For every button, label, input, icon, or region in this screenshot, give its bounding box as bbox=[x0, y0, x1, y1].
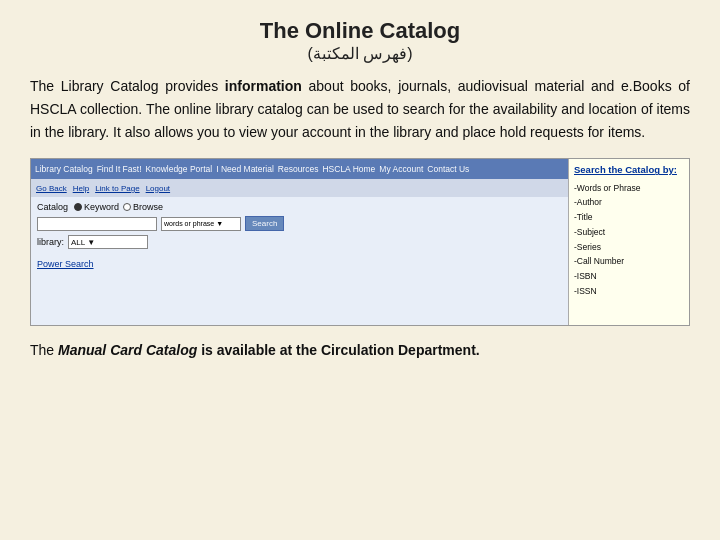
nav-find-it-fast[interactable]: Find It Fast! bbox=[97, 164, 142, 174]
main-title: The Online Catalog bbox=[30, 18, 690, 44]
catalog-screenshot: Library Catalog Find It Fast! Knowledge … bbox=[30, 158, 690, 326]
nav-my-account[interactable]: My Account bbox=[379, 164, 423, 174]
description-text: The Library Catalog provides information… bbox=[30, 75, 690, 144]
search-dropdown-value: words or phrase ▼ bbox=[164, 220, 223, 227]
footer-suffix: is available at the Circulation Departme… bbox=[197, 342, 479, 358]
sidebar-call-number: -Call Number bbox=[574, 255, 684, 268]
nav-i-need-material[interactable]: I Need Material bbox=[216, 164, 274, 174]
library-value: ALL ▼ bbox=[71, 238, 95, 247]
radio-browse[interactable]: Browse bbox=[123, 202, 163, 212]
nav-knowledge-portal[interactable]: Knowledge Portal bbox=[146, 164, 213, 174]
nav-resources[interactable]: Resources bbox=[278, 164, 319, 174]
power-search-link[interactable]: Power Search bbox=[37, 259, 94, 269]
sidebar-issn: -ISSN bbox=[574, 285, 684, 298]
sidebar-search-title: Search the Catalog by: bbox=[574, 164, 684, 176]
catalog-label: Catalog bbox=[37, 202, 68, 212]
search-row2: words or phrase ▼ Search bbox=[37, 216, 562, 231]
toolbar-go-back[interactable]: Go Back bbox=[36, 184, 67, 193]
radio-keyword-circle bbox=[74, 203, 82, 211]
catalog-main: Library Catalog Find It Fast! Knowledge … bbox=[31, 159, 569, 325]
power-search-container: Power Search bbox=[37, 253, 562, 271]
toolbar-link-to-page[interactable]: Link to Page bbox=[95, 184, 139, 193]
library-label: library: bbox=[37, 237, 64, 247]
title-section: The Online Catalog (فهرس المكتبة) bbox=[30, 18, 690, 63]
radio-keyword[interactable]: Keyword bbox=[74, 202, 119, 212]
search-row3: library: ALL ▼ bbox=[37, 235, 562, 249]
catalog-nav: Library Catalog Find It Fast! Knowledge … bbox=[31, 159, 568, 179]
catalog-search-area: Catalog Keyword Browse bbox=[31, 197, 568, 325]
footer-text: The Manual Card Catalog is available at … bbox=[30, 340, 690, 361]
sidebar-series: -Series bbox=[574, 241, 684, 254]
toolbar-help[interactable]: Help bbox=[73, 184, 89, 193]
sidebar-subject: -Subject bbox=[574, 226, 684, 239]
toolbar-logout[interactable]: Logout bbox=[146, 184, 170, 193]
radio-keyword-label: Keyword bbox=[84, 202, 119, 212]
sidebar-isbn: -ISBN bbox=[574, 270, 684, 283]
catalog-toolbar: Go Back Help Link to Page Logout bbox=[31, 179, 568, 197]
sidebar-words-phrase: -Words or Phrase bbox=[574, 182, 684, 195]
radio-group: Keyword Browse bbox=[74, 202, 163, 212]
catalog-sidebar: Search the Catalog by: -Words or Phrase … bbox=[569, 159, 689, 325]
page-container: The Online Catalog (فهرس المكتبة) The Li… bbox=[0, 0, 720, 540]
nav-hscla-home[interactable]: HSCLA Home bbox=[322, 164, 375, 174]
library-dropdown[interactable]: ALL ▼ bbox=[68, 235, 148, 249]
subtitle: (فهرس المكتبة) bbox=[30, 44, 690, 63]
manual-card-catalog: Manual Card Catalog bbox=[58, 342, 197, 358]
search-dropdown[interactable]: words or phrase ▼ bbox=[161, 217, 241, 231]
radio-browse-label: Browse bbox=[133, 202, 163, 212]
search-input[interactable] bbox=[37, 217, 157, 231]
nav-library-catalog[interactable]: Library Catalog bbox=[35, 164, 93, 174]
radio-browse-circle bbox=[123, 203, 131, 211]
search-button[interactable]: Search bbox=[245, 216, 284, 231]
search-row1: Catalog Keyword Browse bbox=[37, 202, 562, 212]
sidebar-author: -Author bbox=[574, 196, 684, 209]
description-content: The Library Catalog provides information… bbox=[30, 78, 690, 140]
nav-contact-us[interactable]: Contact Us bbox=[427, 164, 469, 174]
footer-prefix: The bbox=[30, 342, 58, 358]
sidebar-title-item: -Title bbox=[574, 211, 684, 224]
